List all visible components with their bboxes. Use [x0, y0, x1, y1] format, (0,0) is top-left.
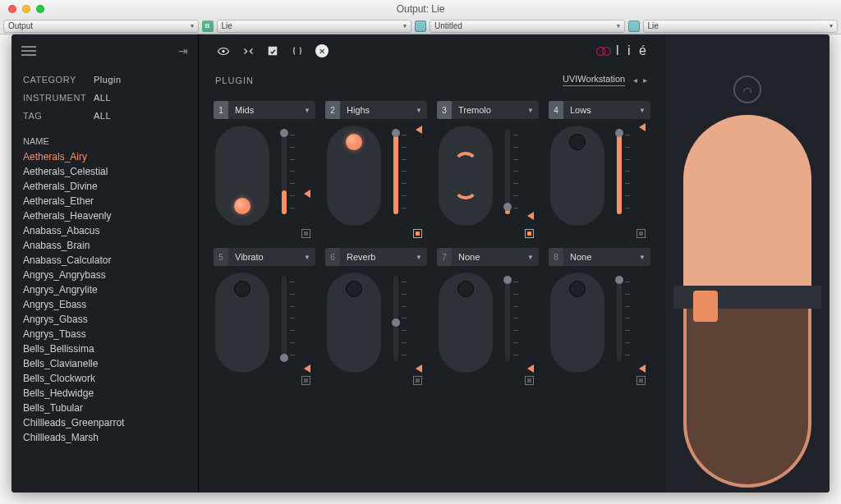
- link-icon[interactable]: [291, 44, 304, 57]
- xy-oval[interactable]: [453, 152, 478, 199]
- slider[interactable]: [386, 273, 417, 373]
- filter-instrument[interactable]: INSTRUMENT ALL: [23, 89, 186, 107]
- xy-pad[interactable]: [215, 273, 269, 373]
- xy-ball[interactable]: [457, 281, 474, 297]
- slot-header[interactable]: 8 None ▼: [549, 248, 650, 266]
- preset-item[interactable]: Chillleads_Greenparrot: [23, 415, 186, 430]
- xy-ball[interactable]: [234, 198, 250, 214]
- slider[interactable]: [609, 273, 641, 373]
- preset-item[interactable]: Bells_Clavianelle: [23, 356, 186, 371]
- preset-item[interactable]: Bells_Tubular: [23, 401, 186, 415]
- host-folder-icon[interactable]: [628, 21, 640, 32]
- host-select-3[interactable]: Lie ▾: [643, 20, 839, 33]
- preset-item[interactable]: Aetherals_Ether: [23, 194, 186, 208]
- slot-toggle[interactable]: [413, 229, 422, 238]
- slot-name: Lows: [563, 105, 639, 115]
- preset-item[interactable]: Chillleads_Marsh: [23, 430, 186, 445]
- preset-item[interactable]: Angrys_Angrylite: [23, 282, 186, 297]
- host-select-3-label: Lie: [648, 21, 659, 30]
- preset-item[interactable]: Angrys_Tbass: [23, 327, 186, 341]
- preset-item[interactable]: Anabass_Abacus: [23, 223, 186, 238]
- engine-prev-button[interactable]: ◂: [633, 76, 639, 85]
- xy-ball[interactable]: [569, 134, 586, 150]
- preset-item[interactable]: Bells_Bellissima: [23, 341, 186, 356]
- shuffle-icon[interactable]: [241, 44, 255, 57]
- slot-header[interactable]: 4 Lows ▼: [549, 101, 650, 119]
- slot-toggle[interactable]: [413, 376, 422, 385]
- xy-ball[interactable]: [234, 281, 250, 297]
- slider[interactable]: [274, 126, 306, 226]
- window-titlebar: Output: Lie: [0, 0, 841, 18]
- slider[interactable]: [274, 273, 306, 373]
- slot-name: Highs: [340, 105, 416, 115]
- slider-marker-icon[interactable]: [527, 364, 534, 373]
- host-select-1[interactable]: Lie ▾: [217, 20, 412, 33]
- collapse-sidebar-button[interactable]: ⇥: [178, 44, 188, 57]
- slot-header[interactable]: 6 Reverb ▼: [325, 248, 427, 266]
- preset-item[interactable]: Bells_Hedwidge: [23, 386, 186, 401]
- preset-item[interactable]: Angrys_Gbass: [23, 312, 186, 327]
- slider-marker-icon[interactable]: [304, 364, 310, 373]
- xy-pad[interactable]: [327, 126, 381, 226]
- xy-ball[interactable]: [346, 281, 362, 297]
- slider-marker-icon[interactable]: [639, 364, 646, 373]
- preset-list[interactable]: Aetherals_AiryAetherals_CelestialAethera…: [11, 149, 198, 488]
- slot-toggle[interactable]: [301, 376, 310, 385]
- preset-item[interactable]: Aetherals_Celestial: [23, 164, 186, 179]
- preset-item[interactable]: Aetherals_Divine: [23, 179, 186, 194]
- engine-select[interactable]: UVIWorkstation: [563, 74, 625, 86]
- preset-item[interactable]: Bells_Clockwork: [23, 371, 186, 386]
- slot-header[interactable]: 7 None ▼: [437, 248, 539, 266]
- slider-marker-icon[interactable]: [416, 126, 422, 134]
- xy-pad[interactable]: [327, 273, 381, 373]
- filter-tag[interactable]: TAG ALL: [23, 107, 186, 125]
- slider[interactable]: [609, 126, 641, 226]
- filter-category[interactable]: CATEGORY Plugin: [23, 71, 186, 89]
- host-file-icon[interactable]: [415, 21, 426, 32]
- slot-header[interactable]: 1 Mids ▼: [214, 101, 315, 119]
- preset-item[interactable]: Angrys_Angrybass: [23, 268, 186, 282]
- preset-item[interactable]: Aetherals_Airy: [23, 149, 186, 164]
- slot-header[interactable]: 3 Tremolo ▼: [437, 101, 539, 119]
- xy-pad[interactable]: [215, 126, 269, 226]
- xy-pad[interactable]: [439, 273, 493, 373]
- filter-category-value: Plugin: [94, 75, 122, 85]
- slot-toggle[interactable]: [301, 229, 310, 238]
- xy-ball[interactable]: [569, 281, 586, 297]
- slots-grid: 1 Mids ▼ 2 Highs ▼: [199, 89, 665, 385]
- slot-toggle[interactable]: [525, 376, 534, 385]
- slot-toggle[interactable]: [636, 229, 646, 238]
- slider[interactable]: [386, 126, 417, 226]
- slider[interactable]: [498, 126, 529, 226]
- xy-pad[interactable]: [550, 126, 604, 226]
- host-chip-b[interactable]: B: [202, 21, 214, 32]
- preset-item[interactable]: Anabass_Brain: [23, 238, 186, 253]
- host-select-0[interactable]: Output ▾: [3, 20, 199, 33]
- xy-ball[interactable]: [346, 134, 362, 150]
- xy-pad[interactable]: [550, 273, 604, 373]
- slider-marker-icon[interactable]: [304, 190, 310, 198]
- slot-toggle[interactable]: [636, 376, 646, 385]
- view-icon[interactable]: [217, 44, 230, 57]
- slider-marker-icon[interactable]: [416, 364, 422, 373]
- chevron-down-icon: ▾: [830, 22, 833, 30]
- slider-marker-icon[interactable]: [527, 212, 534, 220]
- slot-toggle[interactable]: [525, 229, 534, 238]
- xy-pad[interactable]: [439, 126, 493, 226]
- svg-point-2: [750, 91, 751, 93]
- menu-button[interactable]: [21, 46, 36, 56]
- slot-header[interactable]: 2 Highs ▼: [325, 101, 427, 119]
- tab-plugin[interactable]: PLUGIN: [215, 76, 254, 85]
- slider-marker-icon[interactable]: [639, 123, 646, 131]
- engine-next-button[interactable]: ▸: [643, 76, 649, 85]
- host-select-2-label: Untitled: [434, 21, 462, 30]
- preset-item[interactable]: Angrys_Ebass: [23, 297, 186, 312]
- close-icon[interactable]: ✕: [315, 44, 329, 57]
- slot-header[interactable]: 5 Vibrato ▼: [214, 248, 315, 266]
- slider[interactable]: [498, 273, 529, 373]
- main-panel: ✕ l i é PLUGIN UVIWorkstation ◂ ▸ 1 Mids…: [199, 34, 665, 493]
- preset-item[interactable]: Aetherals_Heavenly: [23, 208, 186, 223]
- edit-icon[interactable]: [266, 44, 279, 57]
- preset-item[interactable]: Anabass_Calculator: [23, 253, 186, 268]
- host-select-2[interactable]: Untitled ▾: [430, 20, 625, 33]
